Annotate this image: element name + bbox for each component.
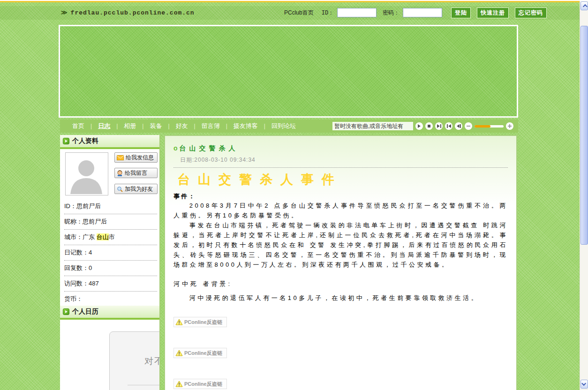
play-icon[interactable] bbox=[415, 122, 423, 130]
nav-separator: | bbox=[168, 123, 169, 129]
nav-item-gear[interactable]: 装备 bbox=[150, 122, 162, 130]
stop-icon[interactable] bbox=[425, 122, 433, 130]
nav-item-home[interactable]: 首页 bbox=[72, 122, 84, 130]
scrollbar-thumb[interactable] bbox=[580, 26, 588, 245]
double-arrow-icon: ≫ bbox=[61, 9, 68, 16]
id-label: ID： bbox=[322, 9, 334, 17]
warning-triangle-icon bbox=[175, 319, 183, 325]
password-input[interactable] bbox=[403, 8, 442, 17]
field-visit-count: 访问数：487 bbox=[64, 276, 157, 292]
nav-item-back-to-forum[interactable]: 回到论坛 bbox=[271, 122, 296, 130]
next-track-icon[interactable] bbox=[435, 122, 443, 130]
antileech-label: PConline反盗链 bbox=[184, 319, 222, 326]
green-arrow-icon bbox=[63, 308, 69, 315]
dialog-divider bbox=[128, 385, 160, 385]
navbar: 首页 | 日志 | 相册 | 装备 | 好友 | 留言簿 | 摄友博客 | 回到… bbox=[60, 120, 518, 133]
nav-separator: | bbox=[90, 123, 92, 129]
field-diary-count: 日记数：4 bbox=[64, 245, 157, 261]
antileech-label: PConline反盗链 bbox=[184, 381, 222, 388]
volume-slider-fill bbox=[475, 125, 490, 128]
prev-track-icon[interactable] bbox=[445, 122, 452, 130]
dialog-text: 对不 bbox=[144, 355, 160, 368]
nav-separator: | bbox=[194, 123, 196, 129]
profile-section-header: 个人资料 bbox=[60, 135, 159, 149]
add-friend-button[interactable]: 加我为好友 bbox=[114, 184, 158, 194]
leave-word-button[interactable]: 给我留言 bbox=[114, 168, 158, 178]
volume-down-icon[interactable] bbox=[465, 122, 472, 130]
avatar-silhouette-icon bbox=[66, 153, 107, 194]
post-paragraph: 2008年3月7日中午2 点多台山交警杀人事件导至愤怒民众打至一名交警伤重不治。… bbox=[173, 201, 508, 220]
green-arrow-icon bbox=[63, 138, 69, 144]
nav-menu: 首页 | 日志 | 相册 | 装备 | 好友 | 留言簿 | 摄友博客 | 回到… bbox=[72, 122, 296, 130]
topbar: ≫fredlau.pcclub.pconline.com.cn PCclub首页… bbox=[0, 6, 580, 20]
post-headline: 台山交警杀人事件 bbox=[173, 171, 508, 188]
post-bullet-icon: o bbox=[173, 144, 179, 152]
warning-triangle-icon bbox=[175, 381, 183, 387]
site-url-label: fredlau.pcclub.pconline.com.cn bbox=[71, 9, 195, 16]
nav-separator: | bbox=[116, 123, 118, 129]
city-highlight-link[interactable]: 台山 bbox=[97, 233, 109, 240]
field-currency: 货币： bbox=[64, 292, 157, 307]
post-date: 日期:2008-03-10 09:34:34 bbox=[173, 156, 508, 164]
vertical-scrollbar[interactable] bbox=[580, 1, 588, 390]
event-section-label: 事件： bbox=[173, 192, 508, 201]
post-title-text: 台山交警杀人 bbox=[180, 144, 239, 152]
calendar-error-dialog: 对不 bbox=[109, 331, 160, 390]
field-city: 城市：广东 台山市 bbox=[64, 230, 157, 245]
magnifier-icon bbox=[117, 186, 123, 192]
login-bar: PCclub首页 ID： 密码： 登陆 快速注册 忘记密码 bbox=[284, 8, 547, 18]
field-reply-count: 回复数：0 bbox=[64, 261, 157, 276]
profile-fields: ID：思前尸后 昵称：思前尸后 城市：广东 台山市 日记数：4 回复数：0 访问… bbox=[64, 199, 157, 307]
envelope-icon bbox=[117, 155, 124, 160]
scroll-up-icon[interactable] bbox=[580, 1, 588, 10]
nav-item-album[interactable]: 相册 bbox=[124, 122, 136, 130]
field-id: ID：思前尸后 bbox=[64, 199, 157, 214]
nav-item-blog[interactable]: 日志 bbox=[98, 122, 110, 130]
antileech-label: PConline反盗链 bbox=[184, 350, 222, 357]
send-message-button[interactable]: 给我发信息 bbox=[114, 152, 158, 163]
scroll-down-icon[interactable] bbox=[580, 380, 588, 389]
music-player: 暂时没有歌曲,或音乐地址有 bbox=[332, 122, 513, 130]
broken-image-placeholder: PConline反盗链 bbox=[173, 379, 227, 389]
profile-title: 个人资料 bbox=[72, 137, 98, 145]
post-title-link[interactable]: o台山交警杀人 bbox=[173, 144, 508, 153]
dotted-divider bbox=[173, 167, 508, 168]
player-status-text: 暂时没有歌曲,或音乐地址有 bbox=[332, 122, 413, 130]
calendar-section-header: 个人日历 bbox=[60, 306, 159, 320]
id-input[interactable] bbox=[337, 8, 377, 17]
nav-item-friends[interactable]: 好友 bbox=[176, 122, 188, 130]
browser-viewport: ≫fredlau.pcclub.pconline.com.cn PCclub首页… bbox=[0, 0, 588, 390]
leave-word-label: 给我留言 bbox=[125, 169, 147, 177]
password-label: 密码： bbox=[383, 9, 400, 17]
nav-item-photographer-blogs[interactable]: 摄友博客 bbox=[234, 122, 258, 130]
forgot-password-button[interactable]: 忘记密码 bbox=[515, 8, 547, 18]
quick-register-button[interactable]: 快速注册 bbox=[477, 8, 509, 18]
broken-image-placeholder: PConline反盗链 bbox=[173, 317, 227, 327]
sidebar: 个人资料 给我发信息 给我留言 bbox=[60, 135, 160, 390]
post-paragraph: 河中浸死的退伍军人有一名10多儿子，在读初中，死者生前要靠领取救济生活。 bbox=[173, 293, 508, 303]
pcclub-home-link[interactable]: PCclub首页 bbox=[284, 9, 314, 17]
volume-slider[interactable] bbox=[475, 125, 504, 128]
broken-image-placeholder: PConline反盗链 bbox=[173, 348, 227, 358]
avatar bbox=[65, 152, 108, 195]
blog-banner bbox=[59, 25, 518, 118]
nav-item-guestbook[interactable]: 留言簿 bbox=[202, 122, 220, 130]
nav-separator: | bbox=[264, 123, 265, 129]
nav-separator: | bbox=[226, 123, 227, 129]
blog-url-text: ≫fredlau.pcclub.pconline.com.cn bbox=[61, 9, 195, 16]
field-nickname: 昵称：思前尸后 bbox=[64, 214, 157, 230]
volume-up-icon[interactable] bbox=[506, 122, 513, 130]
calendar-title: 个人日历 bbox=[72, 308, 98, 316]
victim-background-label: 河中死 者背景: bbox=[173, 280, 508, 288]
add-friend-label: 加我为好友 bbox=[125, 185, 153, 193]
volume-icon[interactable] bbox=[455, 122, 462, 130]
blog-post-panel: o台山交警杀人 日期:2008-03-10 09:34:34 台山交警杀人事件 … bbox=[164, 135, 517, 390]
person-icon bbox=[117, 170, 123, 176]
nav-separator: | bbox=[142, 123, 143, 129]
login-button[interactable]: 登陆 bbox=[451, 8, 471, 18]
post-paragraph: 事发在台山市端芬镇，死者驾驶一辆改装的非法电单车上街时，因遭遇交警截查 时跳河躲… bbox=[173, 220, 508, 270]
send-message-label: 给我发信息 bbox=[126, 154, 154, 162]
warning-triangle-icon bbox=[175, 350, 183, 356]
